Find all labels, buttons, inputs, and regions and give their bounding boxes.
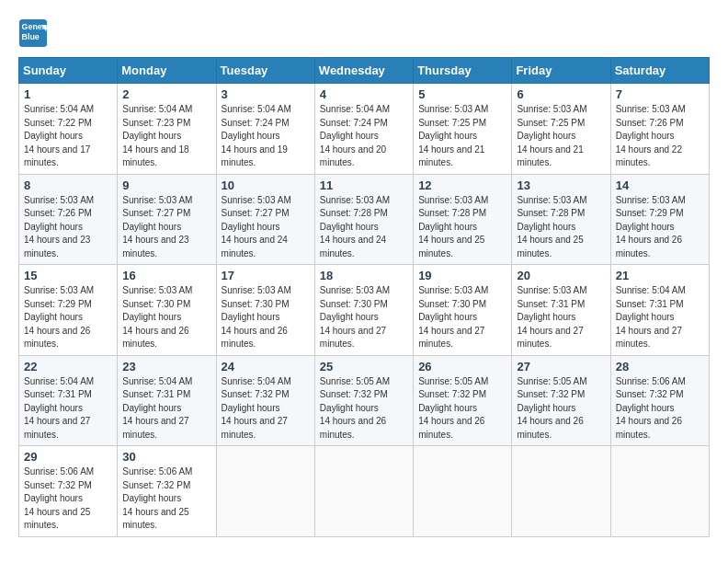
calendar-week-row: 8Sunrise: 5:03 AMSunset: 7:26 PMDaylight… [19, 174, 710, 265]
day-info: Sunrise: 5:03 AMSunset: 7:29 PMDaylight … [24, 284, 112, 351]
day-number: 9 [122, 178, 210, 192]
day-number: 23 [122, 360, 210, 373]
calendar-week-row: 15Sunrise: 5:03 AMSunset: 7:29 PMDayligh… [19, 265, 710, 356]
day-info: Sunrise: 5:03 AMSunset: 7:28 PMDaylight … [517, 194, 605, 261]
day-number: 13 [517, 178, 605, 192]
page-header: General Blue [18, 18, 710, 48]
day-number: 24 [222, 360, 310, 373]
day-number: 21 [616, 269, 704, 282]
day-info: Sunrise: 5:04 AMSunset: 7:31 PMDaylight … [24, 375, 112, 442]
logo: General Blue [18, 18, 51, 48]
calendar-cell: 4Sunrise: 5:04 AMSunset: 7:24 PMDaylight… [314, 84, 413, 175]
calendar-cell [314, 446, 413, 537]
day-info: Sunrise: 5:03 AMSunset: 7:30 PMDaylight … [222, 284, 310, 351]
weekday-header: Monday [118, 58, 216, 84]
day-number: 8 [24, 178, 112, 192]
day-info: Sunrise: 5:04 AMSunset: 7:22 PMDaylight … [24, 103, 112, 170]
day-info: Sunrise: 5:04 AMSunset: 7:24 PMDaylight … [222, 103, 310, 170]
calendar-cell: 16Sunrise: 5:03 AMSunset: 7:30 PMDayligh… [118, 265, 216, 356]
day-number: 22 [24, 360, 112, 373]
calendar-header: SundayMondayTuesdayWednesdayThursdayFrid… [19, 58, 710, 84]
weekday-header: Thursday [414, 58, 512, 84]
calendar-table: SundayMondayTuesdayWednesdayThursdayFrid… [18, 57, 710, 537]
day-number: 11 [320, 178, 408, 192]
calendar-cell: 29Sunrise: 5:06 AMSunset: 7:32 PMDayligh… [19, 446, 118, 537]
weekday-row: SundayMondayTuesdayWednesdayThursdayFrid… [19, 58, 710, 84]
calendar-cell: 22Sunrise: 5:04 AMSunset: 7:31 PMDayligh… [19, 355, 118, 446]
calendar-cell [610, 446, 709, 537]
calendar-cell: 28Sunrise: 5:06 AMSunset: 7:32 PMDayligh… [610, 355, 709, 446]
day-number: 15 [24, 269, 112, 282]
day-info: Sunrise: 5:03 AMSunset: 7:29 PMDaylight … [616, 194, 704, 261]
day-info: Sunrise: 5:04 AMSunset: 7:31 PMDaylight … [122, 375, 210, 442]
calendar-cell: 9Sunrise: 5:03 AMSunset: 7:27 PMDaylight… [118, 174, 216, 265]
calendar-cell [512, 446, 610, 537]
day-number: 28 [616, 360, 704, 373]
day-info: Sunrise: 5:04 AMSunset: 7:23 PMDaylight … [122, 103, 210, 170]
day-number: 3 [222, 87, 310, 101]
calendar-cell: 13Sunrise: 5:03 AMSunset: 7:28 PMDayligh… [512, 174, 610, 265]
weekday-header: Friday [512, 58, 610, 84]
day-number: 17 [222, 269, 310, 282]
day-info: Sunrise: 5:03 AMSunset: 7:30 PMDaylight … [122, 284, 210, 351]
day-info: Sunrise: 5:03 AMSunset: 7:28 PMDaylight … [320, 194, 408, 261]
day-info: Sunrise: 5:04 AMSunset: 7:31 PMDaylight … [616, 284, 704, 351]
calendar-cell [216, 446, 314, 537]
calendar-cell: 19Sunrise: 5:03 AMSunset: 7:30 PMDayligh… [414, 265, 512, 356]
day-number: 4 [320, 87, 408, 101]
day-number: 30 [122, 450, 210, 464]
calendar-cell: 30Sunrise: 5:06 AMSunset: 7:32 PMDayligh… [118, 446, 216, 537]
day-info: Sunrise: 5:04 AMSunset: 7:24 PMDaylight … [320, 103, 408, 170]
day-info: Sunrise: 5:03 AMSunset: 7:27 PMDaylight … [222, 194, 310, 261]
calendar-body: 1Sunrise: 5:04 AMSunset: 7:22 PMDaylight… [19, 84, 710, 537]
day-number: 27 [517, 360, 605, 373]
calendar-cell [414, 446, 512, 537]
day-info: Sunrise: 5:05 AMSunset: 7:32 PMDaylight … [320, 375, 408, 442]
day-info: Sunrise: 5:03 AMSunset: 7:25 PMDaylight … [517, 103, 605, 170]
day-number: 2 [122, 87, 210, 101]
calendar-cell: 14Sunrise: 5:03 AMSunset: 7:29 PMDayligh… [610, 174, 709, 265]
day-info: Sunrise: 5:03 AMSunset: 7:28 PMDaylight … [418, 194, 506, 261]
day-number: 29 [24, 450, 112, 464]
weekday-header: Tuesday [216, 58, 314, 84]
day-number: 7 [616, 87, 704, 101]
day-info: Sunrise: 5:03 AMSunset: 7:27 PMDaylight … [122, 194, 210, 261]
logo-icon: General Blue [18, 18, 48, 48]
weekday-header: Sunday [19, 58, 118, 84]
day-number: 18 [320, 269, 408, 282]
calendar-cell: 10Sunrise: 5:03 AMSunset: 7:27 PMDayligh… [216, 174, 314, 265]
day-info: Sunrise: 5:03 AMSunset: 7:30 PMDaylight … [418, 284, 506, 351]
calendar-cell: 27Sunrise: 5:05 AMSunset: 7:32 PMDayligh… [512, 355, 610, 446]
day-number: 20 [517, 269, 605, 282]
day-info: Sunrise: 5:03 AMSunset: 7:26 PMDaylight … [24, 194, 112, 261]
calendar-cell: 26Sunrise: 5:05 AMSunset: 7:32 PMDayligh… [414, 355, 512, 446]
calendar-cell: 24Sunrise: 5:04 AMSunset: 7:32 PMDayligh… [216, 355, 314, 446]
day-info: Sunrise: 5:03 AMSunset: 7:26 PMDaylight … [616, 103, 704, 170]
calendar-cell: 3Sunrise: 5:04 AMSunset: 7:24 PMDaylight… [216, 84, 314, 175]
day-number: 6 [517, 87, 605, 101]
calendar-cell: 5Sunrise: 5:03 AMSunset: 7:25 PMDaylight… [414, 84, 512, 175]
calendar-cell: 8Sunrise: 5:03 AMSunset: 7:26 PMDaylight… [19, 174, 118, 265]
calendar-cell: 1Sunrise: 5:04 AMSunset: 7:22 PMDaylight… [19, 84, 118, 175]
day-number: 16 [122, 269, 210, 282]
calendar-cell: 20Sunrise: 5:03 AMSunset: 7:31 PMDayligh… [512, 265, 610, 356]
day-number: 12 [418, 178, 506, 192]
day-info: Sunrise: 5:06 AMSunset: 7:32 PMDaylight … [122, 465, 210, 533]
calendar-cell: 17Sunrise: 5:03 AMSunset: 7:30 PMDayligh… [216, 265, 314, 356]
day-info: Sunrise: 5:03 AMSunset: 7:30 PMDaylight … [320, 284, 408, 351]
day-number: 1 [24, 87, 112, 101]
calendar-week-row: 1Sunrise: 5:04 AMSunset: 7:22 PMDaylight… [19, 84, 710, 175]
day-info: Sunrise: 5:03 AMSunset: 7:25 PMDaylight … [418, 103, 506, 170]
day-info: Sunrise: 5:05 AMSunset: 7:32 PMDaylight … [517, 375, 605, 442]
calendar-week-row: 29Sunrise: 5:06 AMSunset: 7:32 PMDayligh… [19, 446, 710, 537]
day-number: 26 [418, 360, 506, 373]
calendar-cell: 2Sunrise: 5:04 AMSunset: 7:23 PMDaylight… [118, 84, 216, 175]
day-number: 14 [616, 178, 704, 192]
day-info: Sunrise: 5:06 AMSunset: 7:32 PMDaylight … [24, 465, 112, 533]
calendar-cell: 18Sunrise: 5:03 AMSunset: 7:30 PMDayligh… [314, 265, 413, 356]
weekday-header: Wednesday [314, 58, 413, 84]
calendar-cell: 25Sunrise: 5:05 AMSunset: 7:32 PMDayligh… [314, 355, 413, 446]
calendar-cell: 21Sunrise: 5:04 AMSunset: 7:31 PMDayligh… [610, 265, 709, 356]
calendar-cell: 23Sunrise: 5:04 AMSunset: 7:31 PMDayligh… [118, 355, 216, 446]
day-number: 25 [320, 360, 408, 373]
